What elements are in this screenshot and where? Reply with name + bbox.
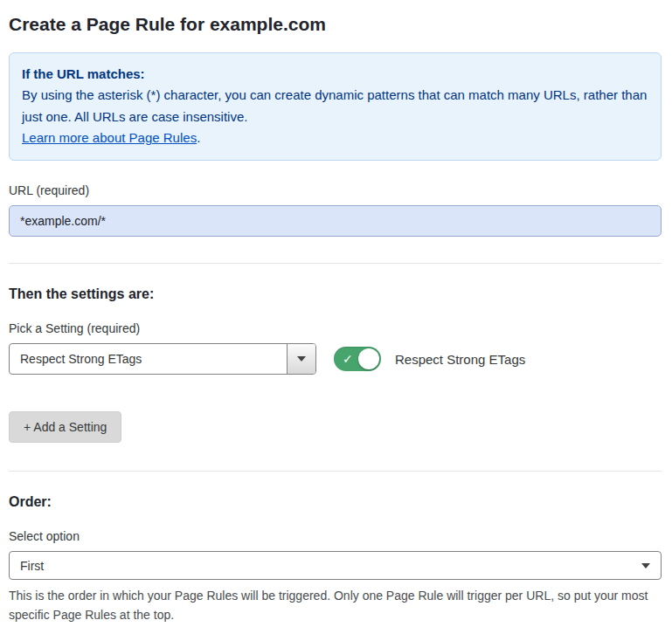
check-icon: ✓ <box>343 353 353 365</box>
setting-dropdown-button[interactable] <box>287 344 315 374</box>
page-rule-form: Create a Page Rule for example.com If th… <box>0 0 672 627</box>
order-dropdown-value: First <box>20 559 44 573</box>
url-label: URL (required) <box>9 183 662 197</box>
info-link-row: Learn more about Page Rules. <box>22 127 648 148</box>
order-help-text: This is the order in which your Page Rul… <box>9 587 660 624</box>
info-box-body: By using the asterisk (*) character, you… <box>22 85 648 127</box>
caret-down-icon <box>297 356 306 362</box>
caret-down-icon <box>641 563 650 568</box>
setting-row: Respect Strong ETags ✓ Respect Strong ET… <box>9 343 662 375</box>
link-period: . <box>197 130 200 145</box>
toggle-knob <box>358 348 379 369</box>
order-heading: Order: <box>9 494 662 510</box>
pick-setting-label: Pick a Setting (required) <box>9 321 662 335</box>
respect-strong-etags-toggle[interactable]: ✓ <box>334 347 381 371</box>
url-input[interactable] <box>9 205 662 237</box>
section-divider <box>9 471 662 472</box>
add-setting-button[interactable]: + Add a Setting <box>9 411 121 443</box>
section-divider <box>9 263 662 264</box>
learn-more-link[interactable]: Learn more about Page Rules <box>22 130 197 145</box>
setting-dropdown[interactable]: Respect Strong ETags <box>9 343 316 375</box>
info-box-heading: If the URL matches: <box>22 64 648 85</box>
setting-dropdown-value: Respect Strong ETags <box>10 352 287 366</box>
order-dropdown[interactable]: First <box>9 551 662 580</box>
url-match-info-box: If the URL matches: By using the asteris… <box>9 52 662 161</box>
toggle-label: Respect Strong ETags <box>395 352 525 367</box>
order-select-label: Select option <box>9 529 662 543</box>
page-title: Create a Page Rule for example.com <box>9 14 662 35</box>
settings-heading: Then the settings are: <box>9 286 662 302</box>
